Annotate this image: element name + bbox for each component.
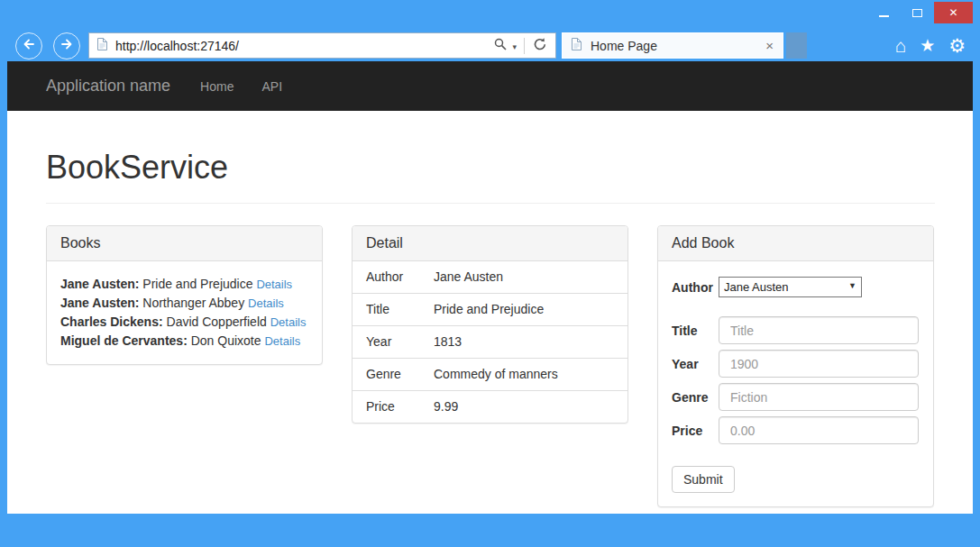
genre-form-row: Genre [672, 383, 920, 411]
detail-label: Author [353, 261, 426, 294]
table-row: Author Jane Austen [353, 261, 627, 294]
book-item: Jane Austen Pride and Prejudice Details [60, 275, 308, 294]
url-text[interactable]: http://localhost:27146/ [115, 39, 489, 53]
maximize-icon [912, 9, 922, 17]
books-panel: Books Jane Austen Pride and Prejudice De… [46, 225, 323, 365]
book-details-link[interactable]: Details [256, 278, 292, 291]
table-row: Year 1813 [353, 326, 627, 359]
detail-label: Year [353, 326, 426, 359]
tab-title: Home Page [591, 39, 764, 53]
address-bar[interactable]: http://localhost:27146/ ▾ [88, 32, 556, 59]
title-form-row: Title [672, 316, 920, 344]
new-tab-button[interactable] [786, 32, 807, 59]
price-label: Price [672, 424, 719, 438]
divider [46, 203, 935, 204]
page-icon [96, 37, 109, 55]
book-title: Don Quixote [191, 333, 261, 348]
add-book-panel: Add Book Author Jane Austen ▼ [657, 225, 934, 507]
book-author: Miguel de Cervantes [60, 333, 188, 348]
book-author: Charles Dickens [60, 315, 163, 329]
book-item: Charles Dickens David Copperfield Detail… [60, 313, 308, 332]
browser-tab-home-page[interactable]: Home Page × [562, 32, 783, 59]
book-title: Northanger Abbey [142, 296, 244, 310]
window-titlebar[interactable]: ✕ [0, 0, 980, 30]
window-controls: ✕ [867, 2, 973, 23]
forward-button[interactable] [53, 32, 80, 59]
book-author: Jane Austen [60, 277, 139, 291]
navbar-brand[interactable]: Application name [46, 77, 170, 96]
address-bar-divider [524, 38, 525, 54]
minimize-button[interactable] [867, 2, 901, 23]
main-container: BookService Books Jane Austen Pride and … [7, 149, 973, 507]
settings-gear-icon[interactable]: ⚙ [948, 36, 966, 55]
table-row: Title Pride and Prejudice [353, 294, 627, 326]
title-label: Title [672, 324, 719, 338]
detail-value: 1813 [426, 326, 627, 359]
maximize-button[interactable] [901, 2, 934, 23]
genre-field[interactable] [719, 383, 919, 411]
detail-label: Genre [353, 359, 426, 391]
search-dropdown-caret-icon[interactable]: ▾ [512, 42, 517, 51]
book-details-link[interactable]: Details [264, 334, 300, 348]
search-button[interactable] [489, 37, 512, 55]
table-row: Genre Commedy of manners [353, 359, 627, 391]
detail-value: 9.99 [426, 391, 627, 424]
refresh-icon [533, 37, 547, 55]
detail-panel-heading: Detail [353, 226, 627, 261]
genre-label: Genre [672, 390, 719, 405]
detail-label: Price [353, 391, 426, 424]
price-form-row: Price [672, 416, 920, 444]
refresh-button[interactable] [528, 37, 552, 55]
browser-window: ✕ http://localhost:27146/ ▾ [0, 0, 980, 547]
year-label: Year [672, 357, 719, 371]
page-title: BookService [46, 149, 935, 187]
browser-frame-icons: ⌂ ★ ⚙ [894, 30, 966, 61]
title-field[interactable] [719, 316, 919, 344]
browser-navigation-bar: http://localhost:27146/ ▾ Home Page × [0, 30, 980, 61]
nav-link-home[interactable]: Home [200, 79, 234, 94]
detail-table: Author Jane Austen Title Pride and Preju… [353, 261, 627, 423]
tab-page-icon [570, 37, 583, 55]
books-panel-body: Jane Austen Pride and Prejudice Details … [47, 261, 322, 364]
year-form-row: Year [672, 350, 920, 378]
close-button[interactable]: ✕ [934, 2, 973, 23]
book-item: Jane Austen Northanger Abbey Details [60, 294, 308, 313]
book-details-link[interactable]: Details [248, 296, 284, 310]
detail-value: Jane Austen [426, 261, 627, 294]
page-content: Application name Home API BookService Bo… [7, 61, 973, 514]
add-book-form: Author Jane Austen ▼ Title [658, 261, 933, 506]
close-icon: ✕ [948, 6, 957, 19]
author-label: Author [672, 280, 719, 295]
author-form-row: Author Jane Austen ▼ [672, 277, 920, 297]
detail-value: Commedy of manners [426, 359, 627, 391]
home-icon[interactable]: ⌂ [894, 36, 906, 55]
book-author: Jane Austen [60, 296, 139, 310]
year-field[interactable] [719, 350, 919, 378]
panels-row: Books Jane Austen Pride and Prejudice De… [46, 225, 935, 507]
book-title: David Copperfield [167, 315, 267, 329]
book-details-link[interactable]: Details [270, 315, 307, 329]
nav-link-api[interactable]: API [261, 79, 282, 94]
author-select-wrap: Jane Austen ▼ [719, 277, 862, 297]
tab-close-icon[interactable]: × [764, 38, 775, 53]
table-row: Price 9.99 [353, 391, 627, 424]
book-item: Miguel de Cervantes Don Quixote Details [60, 332, 308, 351]
detail-value: Pride and Prejudice [426, 294, 627, 326]
app-navbar: Application name Home API [7, 61, 973, 111]
favorites-star-icon[interactable]: ★ [920, 37, 935, 54]
add-book-panel-heading: Add Book [658, 226, 933, 261]
search-icon [493, 37, 508, 55]
submit-button[interactable]: Submit [672, 466, 735, 493]
detail-label: Title [353, 294, 426, 326]
book-title: Pride and Prejudice [142, 277, 252, 291]
back-button[interactable] [15, 32, 42, 59]
author-select[interactable]: Jane Austen [719, 277, 862, 297]
minimize-icon [879, 15, 889, 17]
forward-arrow-icon [60, 37, 74, 55]
detail-panel: Detail Author Jane Austen Title Pride an… [352, 225, 628, 424]
books-panel-heading: Books [47, 226, 322, 261]
back-arrow-icon [22, 37, 36, 55]
price-field[interactable] [719, 416, 919, 444]
